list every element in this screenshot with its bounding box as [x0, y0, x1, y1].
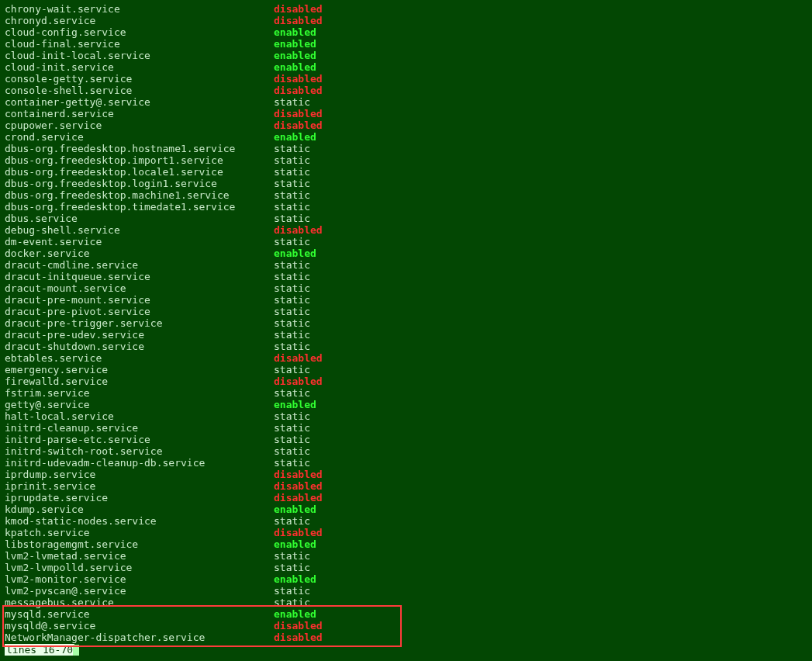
service-name: mysqld.service	[5, 608, 274, 620]
service-state: enabled	[274, 50, 316, 61]
service-state: static	[274, 282, 310, 294]
service-row: chrony-wait.servicedisabled	[5, 3, 807, 15]
service-state: static	[274, 562, 310, 573]
service-row: ebtables.servicedisabled	[5, 352, 807, 364]
service-name: iprdump.service	[5, 469, 274, 480]
service-row: dbus-org.freedesktop.timedate1.servicest…	[5, 201, 807, 213]
service-row: lvm2-lvmpolld.servicestatic	[5, 562, 807, 573]
service-name: dracut-shutdown.service	[5, 341, 274, 352]
service-row: container-getty@.servicestatic	[5, 96, 807, 108]
service-name: lvm2-lvmpolld.service	[5, 562, 274, 573]
service-state: enabled	[274, 504, 316, 515]
service-name: docker.service	[5, 247, 274, 259]
service-state: disabled	[274, 632, 323, 643]
service-state: static	[274, 550, 310, 562]
service-row: console-getty.servicedisabled	[5, 73, 807, 85]
service-name: iprinit.service	[5, 480, 274, 492]
service-name: halt-local.service	[5, 410, 274, 422]
service-name: dm-event.service	[5, 236, 274, 247]
service-row: dbus.servicestatic	[5, 213, 807, 224]
service-state: disabled	[274, 375, 323, 387]
service-name: dbus-org.freedesktop.machine1.service	[5, 189, 274, 201]
service-state: enabled	[274, 61, 316, 73]
service-row: cpupower.servicedisabled	[5, 119, 807, 131]
service-state: enabled	[274, 538, 316, 550]
service-name: initrd-cleanup.service	[5, 422, 274, 434]
service-row: containerd.servicedisabled	[5, 108, 807, 119]
service-row: iprinit.servicedisabled	[5, 480, 807, 492]
service-name: console-getty.service	[5, 73, 274, 85]
service-state: static	[274, 189, 310, 201]
service-name: cpupower.service	[5, 119, 274, 131]
service-row: dbus-org.freedesktop.hostname1.servicest…	[5, 143, 807, 154]
service-name: dbus-org.freedesktop.locale1.service	[5, 166, 274, 178]
cursor	[73, 645, 79, 656]
service-row: debug-shell.servicedisabled	[5, 224, 807, 236]
service-state: enabled	[274, 608, 316, 620]
service-state: static	[274, 410, 310, 422]
service-name: libstoragemgmt.service	[5, 538, 274, 550]
service-row: fstrim.servicestatic	[5, 387, 807, 399]
service-state: disabled	[274, 85, 323, 96]
service-row: NetworkManager-dispatcher.servicedisable…	[5, 632, 807, 643]
service-name: initrd-switch-root.service	[5, 445, 274, 457]
service-row: libstoragemgmt.serviceenabled	[5, 538, 807, 550]
service-name: cloud-init-local.service	[5, 50, 274, 61]
service-row: kdump.serviceenabled	[5, 504, 807, 515]
service-row: cloud-init.serviceenabled	[5, 61, 807, 73]
service-name: messagebus.service	[5, 597, 274, 608]
service-name: dracut-pre-mount.service	[5, 294, 274, 306]
service-name: dbus-org.freedesktop.import1.service	[5, 154, 274, 166]
service-name: firewalld.service	[5, 375, 274, 387]
service-state: static	[274, 201, 310, 213]
service-row: firewalld.servicedisabled	[5, 375, 807, 387]
service-row: lvm2-pvscan@.servicestatic	[5, 585, 807, 597]
service-row: lvm2-lvmetad.servicestatic	[5, 550, 807, 562]
service-state: disabled	[274, 15, 323, 26]
pager-status: lines 16-70	[5, 644, 74, 656]
service-row: dracut-pre-udev.servicestatic	[5, 329, 807, 341]
service-name: mysqld@.service	[5, 620, 274, 632]
service-row: kpatch.servicedisabled	[5, 527, 807, 538]
service-name: dbus.service	[5, 213, 274, 224]
service-row: iprupdate.servicedisabled	[5, 492, 807, 504]
service-row: halt-local.servicestatic	[5, 410, 807, 422]
service-name: dbus-org.freedesktop.login1.service	[5, 178, 274, 189]
service-state: enabled	[274, 399, 316, 410]
service-row: dracut-mount.servicestatic	[5, 282, 807, 294]
service-state: static	[274, 294, 310, 306]
service-name: debug-shell.service	[5, 224, 274, 236]
terminal-output[interactable]: chrony-wait.servicedisabledchronyd.servi…	[0, 0, 812, 659]
service-name: crond.service	[5, 131, 274, 143]
service-state: static	[274, 434, 310, 445]
service-state: static	[274, 213, 310, 224]
service-state: static	[274, 422, 310, 434]
service-state: static	[274, 143, 310, 154]
service-name: dbus-org.freedesktop.hostname1.service	[5, 143, 274, 154]
service-state: static	[274, 387, 310, 399]
service-state: disabled	[274, 73, 323, 85]
service-state: static	[274, 306, 310, 317]
service-name: dracut-pre-udev.service	[5, 329, 274, 341]
service-state: static	[274, 259, 310, 271]
service-state: disabled	[274, 469, 323, 480]
service-state: static	[274, 457, 310, 469]
service-row: iprdump.servicedisabled	[5, 469, 807, 480]
service-state: static	[274, 515, 310, 527]
service-row: mysqld@.servicedisabled	[5, 620, 807, 632]
service-name: fstrim.service	[5, 387, 274, 399]
service-row: cloud-config.serviceenabled	[5, 26, 807, 38]
service-name: NetworkManager-dispatcher.service	[5, 632, 274, 643]
service-row: dracut-pre-mount.servicestatic	[5, 294, 807, 306]
service-name: dracut-pre-trigger.service	[5, 317, 274, 329]
service-name: kdump.service	[5, 504, 274, 515]
service-state: disabled	[274, 492, 323, 504]
service-state: static	[274, 154, 310, 166]
service-name: dracut-mount.service	[5, 282, 274, 294]
service-name: initrd-udevadm-cleanup-db.service	[5, 457, 274, 469]
service-row: dracut-initqueue.servicestatic	[5, 271, 807, 282]
service-row: cloud-final.serviceenabled	[5, 38, 807, 50]
service-state: disabled	[274, 3, 323, 15]
service-name: dracut-pre-pivot.service	[5, 306, 274, 317]
service-state: static	[274, 317, 310, 329]
